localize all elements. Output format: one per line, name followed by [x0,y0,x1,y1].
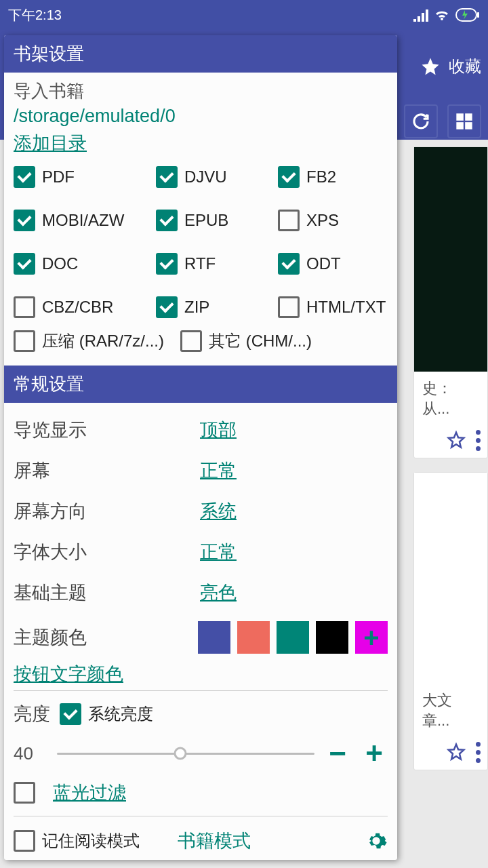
status-icons [413,8,480,22]
format-checkbox-mobiazw[interactable]: MOBI/AZW [14,210,156,231]
checkbox-icon [180,330,202,352]
setting-value[interactable]: 系统 [200,499,237,524]
format-label: 压缩 (RAR/7z/...) [42,330,164,352]
setting-label: 屏幕方向 [14,499,200,524]
refresh-button[interactable] [404,104,438,138]
color-swatch[interactable] [277,621,309,654]
setting-label: 导览显示 [14,418,200,442]
blue-filter-checkbox[interactable]: 蓝光过滤 [14,781,126,805]
book-title: 史：从... [422,378,479,419]
grid-view-button[interactable] [447,104,481,138]
brightness-value: 40 [14,743,47,764]
setting-label: 屏幕 [14,458,200,483]
status-bar: 下午2:13 [0,0,488,30]
general-settings-header: 常规设置 [4,366,397,403]
blue-filter-label[interactable]: 蓝光过滤 [53,781,126,805]
brightness-label: 亮度 [14,702,50,726]
book-cover [414,147,487,372]
checkbox-icon [156,210,178,231]
color-swatch[interactable] [316,621,348,654]
signal-icon [413,8,428,22]
brightness-minus-button[interactable]: − [324,738,351,768]
book-title: 大文章... [422,690,479,731]
format-checkbox-djvu[interactable]: DJVU [156,166,278,188]
star-outline-icon[interactable] [446,742,466,762]
format-checkbox-rtf[interactable]: RTF [156,253,278,275]
brightness-plus-button[interactable]: + [361,738,388,768]
color-swatch[interactable] [198,621,230,654]
format-checkbox-zip[interactable]: ZIP [156,296,278,318]
format-label: XPS [306,211,339,230]
system-brightness-checkbox[interactable]: 系统亮度 [60,703,153,725]
setting-label: 基础主题 [14,580,200,605]
checkbox-icon [156,296,178,318]
favorites-star-icon[interactable] [420,56,441,77]
gear-icon[interactable] [365,829,388,852]
format-checkbox-htmltxt[interactable]: HTML/TXT [278,296,393,318]
brightness-slider[interactable] [57,753,314,755]
storage-path[interactable]: /storage/emulated/0 [14,106,388,127]
svg-rect-4 [456,122,464,130]
slider-thumb[interactable] [174,747,187,760]
format-label: PDF [42,167,75,186]
menu-dots-icon[interactable] [476,430,481,451]
svg-rect-2 [456,113,464,121]
status-time: 下午2:13 [8,6,413,24]
format-checkbox-odt[interactable]: ODT [278,253,393,275]
format-label: CBZ/CBR [42,298,113,317]
format-checkbox-doc[interactable]: DOC [14,253,156,275]
grid-icon [455,112,474,131]
format-checkbox-cbzcbr[interactable]: CBZ/CBR [14,296,156,318]
format-label: DJVU [184,167,227,186]
setting-row: 导览显示顶部 [14,410,388,450]
button-text-color-link[interactable]: 按钮文字颜色 [14,662,123,686]
add-directory-link[interactable]: 添加目录 [14,131,87,155]
checkbox-icon [14,782,35,804]
format-checkbox-epub[interactable]: EPUB [156,210,278,231]
favorites-label[interactable]: 收藏 [449,56,481,77]
star-outline-icon[interactable] [446,430,466,450]
svg-rect-5 [465,122,472,130]
setting-value[interactable]: 正常 [200,458,237,483]
format-checkbox-fb2[interactable]: FB2 [278,166,393,188]
shelf-settings-header: 书架设置 [4,35,397,73]
setting-row: 字体大小正常 [14,532,388,572]
import-books-label: 导入书籍 [14,79,388,103]
setting-row: 屏幕方向系统 [14,491,388,532]
theme-color-label: 主题颜色 [14,625,198,650]
svg-rect-3 [465,113,472,121]
svg-rect-1 [477,12,479,18]
format-checkbox-pdf[interactable]: PDF [14,166,156,188]
color-swatch[interactable] [237,621,270,654]
remember-mode-checkbox[interactable]: 记住阅读模式 [14,830,140,852]
setting-value[interactable]: 顶部 [200,418,237,442]
format-label: FB2 [306,167,336,186]
book-item[interactable]: 史：从... [413,146,488,458]
system-brightness-label: 系统亮度 [88,703,153,725]
checkbox-icon [14,210,35,231]
checkbox-icon [278,210,300,231]
divider [14,690,388,691]
format-label: 其它 (CHM/...) [209,330,312,352]
settings-modal: 书架设置 导入书籍 /storage/emulated/0 添加目录 PDFDJ… [4,35,397,860]
color-add-button[interactable]: + [355,621,388,654]
checkbox-icon [14,253,35,275]
checkbox-icon [14,166,35,188]
format-label: MOBI/AZW [42,211,124,230]
setting-value[interactable]: 亮色 [200,580,237,605]
checkbox-icon [156,253,178,275]
checkbox-icon [14,830,35,852]
book-cover [414,473,487,684]
checkbox-icon [14,296,35,318]
remember-mode-label: 记住阅读模式 [42,830,140,852]
book-item[interactable]: 大文章... [413,472,488,770]
format-checkbox-extra[interactable]: 压缩 (RAR/7z/...) [14,330,164,352]
menu-dots-icon[interactable] [476,742,481,763]
format-checkbox-extra[interactable]: 其它 (CHM/...) [180,330,312,352]
plus-icon: + [363,623,379,653]
setting-label: 字体大小 [14,540,200,564]
format-checkbox-xps[interactable]: XPS [278,210,393,231]
setting-value[interactable]: 正常 [200,540,237,564]
book-mode-link[interactable]: 书籍模式 [178,829,251,853]
checkbox-icon [278,166,300,188]
